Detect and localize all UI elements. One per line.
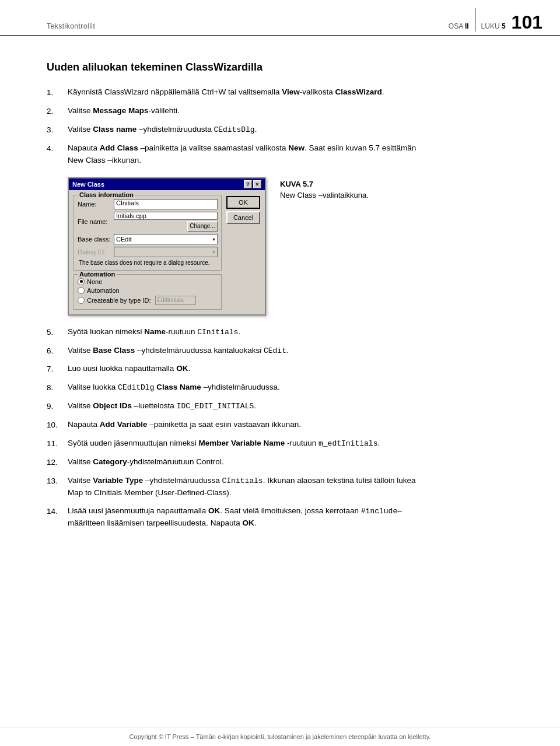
baseclass-row: Base class: CEdit [78, 234, 218, 244]
step-number: 5. [47, 326, 68, 339]
radio-automation-label: Automation [87, 287, 120, 294]
step-number: 7. [47, 363, 68, 376]
main-content: Uuden aliluokan tekeminen ClassWizardill… [0, 38, 455, 553]
step-number: 3. [47, 124, 68, 136]
class-info-label: Class information [78, 191, 135, 198]
dialog-caption: KUVA 5.7 New Class –valintaikkuna. [280, 177, 373, 199]
step-number: 2. [47, 105, 68, 118]
titlebar-buttons: ? × [244, 180, 261, 188]
luku-block: LUKU 5 [481, 22, 506, 31]
baseclass-label: Base class: [78, 236, 111, 243]
step-number: 6. [47, 345, 68, 358]
luku-number: 5 [502, 22, 506, 30]
new-class-dialog: New Class ? × Class information [68, 177, 266, 316]
list-item: 2. Valitse Message Maps-välilehti. [47, 105, 420, 118]
list-item: 6. Valitse Base Class –yhdistelmäruuduss… [47, 345, 420, 358]
radio-none-row: None [78, 278, 218, 285]
page-container: Tekstikontrollit OSA II LUKU 5 101 Uuden… [0, 0, 560, 746]
radio-automation-row: Automation [78, 287, 218, 294]
dialogid-select [114, 247, 218, 257]
dialog-help-button[interactable]: ? [244, 180, 252, 188]
osa-block: OSA II [449, 22, 469, 31]
osa-number: II [465, 22, 469, 30]
dialogid-row: Dialog ID: [78, 247, 218, 257]
step-number: 11. [47, 437, 68, 450]
dialog-area: New Class ? × Class information [68, 177, 420, 316]
step-text: Luo uusi luokka napauttamalla OK. [68, 363, 420, 375]
page-header: Tekstikontrollit OSA II LUKU 5 101 [0, 0, 560, 36]
step-text: Valitse Object IDs –luettelosta IDC_EDIT… [68, 400, 420, 412]
dialog-buttons: OK Cancel [226, 195, 260, 310]
cancel-button[interactable]: Cancel [226, 211, 260, 224]
list-item: 3. Valitse Class name –yhdistelmäruudust… [47, 124, 420, 136]
dialog-wrapper: New Class ? × Class information [68, 177, 266, 316]
section-name: Tekstikontrollit [47, 22, 95, 31]
step-text: Lisää uusi jäsenmuuttuja napauttamalla O… [68, 505, 420, 530]
step-number: 8. [47, 381, 68, 394]
info-text: The base class does not require a dialog… [78, 260, 218, 266]
step-number: 13. [47, 475, 68, 488]
automation-label: Automation [78, 271, 117, 278]
step-text: Valitse Variable Type –yhdistelmäruuduss… [68, 475, 420, 499]
step-text: Napauta Add Class –painiketta ja valitse… [68, 142, 420, 167]
filename-input-group: Initials.cpp Change... [114, 212, 218, 232]
osa-label: OSA [449, 22, 463, 30]
step-text: Valitse Base Class –yhdistelmäruudussa k… [68, 345, 420, 357]
filename-row: File name: Initials.cpp Change... [78, 212, 218, 232]
radio-createable-label: Createable by type ID: [87, 297, 150, 304]
radio-automation-dot[interactable] [78, 287, 85, 294]
step-text: Syötä uuden jäsenmuuttujan nimeksi Membe… [68, 437, 420, 450]
dialog-title: New Class [72, 181, 104, 188]
step-text: Syötä luokan nimeksi Name-ruutuun CIniti… [68, 326, 420, 338]
change-button[interactable]: Change... [187, 221, 218, 232]
step-number: 14. [47, 505, 68, 518]
step-number: 4. [47, 142, 68, 155]
step-number: 12. [47, 456, 68, 469]
list-item: 10. Napauta Add Variable –painiketta ja … [47, 419, 420, 432]
dialog-main-row: Class information Name: CInitials File [74, 195, 260, 310]
list-item: 7. Luo uusi luokka napauttamalla OK. [47, 363, 420, 376]
list-item: 5. Syötä luokan nimeksi Name-ruutuun CIn… [47, 326, 420, 339]
page-number: 101 [512, 13, 542, 31]
name-input[interactable]: CInitials [114, 199, 218, 209]
step-text: Käynnistä ClassWizard näppäilemällä Ctrl… [68, 86, 420, 99]
class-info-group: Class information Name: CInitials File [74, 195, 222, 271]
list-item: 12. Valitse Category-yhdistelmäruutuun C… [47, 456, 420, 469]
baseclass-select[interactable]: CEdit [114, 234, 218, 244]
list-item: 9. Valitse Object IDs –luettelosta IDC_E… [47, 400, 420, 413]
step-number: 9. [47, 400, 68, 413]
radio-none-label: None [87, 278, 102, 285]
caption-title: KUVA 5.7 [280, 180, 373, 188]
step-text: Valitse Category-yhdistelmäruutuun Contr… [68, 456, 420, 468]
step-number: 1. [47, 86, 68, 99]
radio-createable-dot[interactable] [78, 297, 85, 304]
automation-group: Automation None Automation [74, 274, 222, 310]
header-divider [475, 8, 475, 31]
footer-text: Copyright © IT Press – Tämän e-kirjan ko… [130, 733, 431, 740]
list-item: 8. Valitse luokka CEditDlg Class Name –y… [47, 381, 420, 394]
step-text: Napauta Add Variable –painiketta ja saat… [68, 419, 420, 431]
filename-input[interactable]: Initials.cpp [114, 212, 218, 220]
caption-text: New Class –valintaikkuna. [280, 191, 373, 199]
chapter-title: Uuden aliluokan tekeminen ClassWizardill… [47, 61, 420, 73]
list-item: 11. Syötä uuden jäsenmuuttujan nimeksi M… [47, 437, 420, 450]
steps-list: 1. Käynnistä ClassWizard näppäilemällä C… [47, 86, 420, 167]
dialogid-label: Dialog ID: [78, 248, 111, 255]
dialog-close-button[interactable]: × [253, 180, 261, 188]
page-footer: Copyright © IT Press – Tämän e-kirjan ko… [0, 727, 560, 746]
step-number: 10. [47, 419, 68, 432]
step-text: Valitse Class name –yhdistelmäruudusta C… [68, 124, 420, 136]
list-item: 4. Napauta Add Class –painiketta ja vali… [47, 142, 420, 167]
luku-label: LUKU [481, 22, 500, 30]
filename-label: File name: [78, 218, 111, 225]
list-item: 13. Valitse Variable Type –yhdistelmäruu… [47, 475, 420, 499]
dialog-body: Class information Name: CInitials File [69, 190, 265, 314]
list-item: 14. Lisää uusi jäsenmuuttuja napauttamal… [47, 505, 420, 530]
name-row: Name: CInitials [78, 199, 218, 209]
header-right: OSA II LUKU 5 101 [449, 8, 542, 31]
dialog-titlebar: New Class ? × [69, 178, 265, 190]
ok-button[interactable]: OK [226, 196, 260, 209]
radio-none-dot[interactable] [78, 278, 85, 285]
list-item: 1. Käynnistä ClassWizard näppäilemällä C… [47, 86, 420, 99]
step-text: Valitse Message Maps-välilehti. [68, 105, 420, 117]
